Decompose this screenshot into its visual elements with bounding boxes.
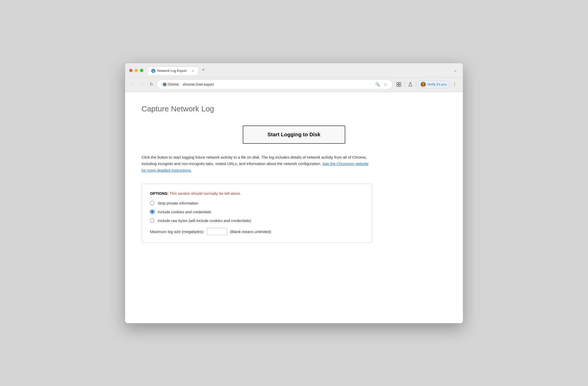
svg-rect-5 — [399, 85, 401, 86]
menu-icon[interactable]: ⋮ — [451, 80, 459, 89]
chrome-badge: Chrome — [161, 82, 181, 87]
tab-title: Network Log Export — [157, 69, 189, 73]
browser-window: N Network Log Export × + ⌄ ← → ↻ — [125, 63, 463, 323]
svg-point-7 — [422, 83, 424, 84]
radio-include-cookies[interactable]: Include cookies and credentials — [150, 209, 364, 214]
radio-strip-private[interactable]: Strip private information — [150, 201, 364, 205]
url-text: chrome://net-export — [183, 82, 372, 86]
radio-label-1: Strip private information — [158, 201, 198, 205]
options-header: OPTIONS: This section should normally be… — [150, 191, 364, 196]
extensions-icon[interactable] — [395, 80, 403, 89]
reload-button[interactable]: ↻ — [148, 81, 155, 88]
profile-label: Verify it's you — [427, 82, 447, 86]
traffic-lights — [129, 69, 143, 72]
tabs-chevron[interactable]: ⌄ — [452, 66, 459, 74]
flask-icon[interactable] — [406, 80, 414, 89]
radio-label-3: Include raw bytes (will include cookies … — [158, 218, 251, 223]
tab-favicon: N — [151, 69, 155, 73]
page-title: Capture Network Log — [141, 104, 447, 113]
url-actions: 🔍 ☆ — [374, 81, 389, 88]
toolbar-divider-2 — [416, 82, 416, 87]
max-log-size-row: Maximum log size (megabytes): (Blank mea… — [150, 228, 364, 235]
toolbar-right: Verify it's you ⋮ — [395, 80, 459, 89]
description-text: Click the button to start logging future… — [141, 154, 372, 174]
options-box: OPTIONS: This section should normally be… — [141, 184, 372, 243]
max-log-suffix: (Blank means unlimited) — [230, 229, 271, 234]
title-bar: N Network Log Export × + ⌄ — [125, 63, 463, 78]
radio-include-raw-bytes[interactable]: Include raw bytes (will include cookies … — [150, 218, 364, 223]
tabs-row: N Network Log Export × + ⌄ — [147, 66, 459, 75]
radio-circle-1 — [150, 201, 155, 205]
svg-rect-3 — [399, 82, 401, 84]
chrome-logo — [163, 83, 166, 86]
max-log-input[interactable] — [207, 228, 227, 235]
options-warning: This section should normally be left alo… — [169, 191, 241, 196]
page-content: Capture Network Log Start Logging to Dis… — [125, 92, 463, 323]
radio-label-2: Include cookies and credentials — [158, 210, 211, 214]
radio-circle-2 — [150, 209, 155, 214]
new-tab-button[interactable]: + — [200, 66, 207, 74]
tab-close-button[interactable]: × — [191, 69, 195, 73]
start-logging-button[interactable]: Start Logging to Disk — [243, 126, 345, 144]
svg-rect-2 — [397, 82, 399, 84]
profile-button[interactable]: Verify it's you — [418, 81, 450, 88]
back-button[interactable]: ← — [129, 81, 136, 88]
max-log-label: Maximum log size (megabytes): — [150, 229, 204, 234]
minimize-button[interactable] — [135, 69, 138, 72]
address-bar: ← → ↻ Chrome chrome://net-export 🔍 ☆ — [125, 78, 463, 92]
radio-group: Strip private information Include cookie… — [150, 201, 364, 223]
svg-text:N: N — [153, 70, 154, 72]
svg-rect-4 — [397, 85, 399, 86]
url-bar[interactable]: Chrome chrome://net-export 🔍 ☆ — [157, 80, 393, 89]
radio-circle-3 — [150, 218, 155, 223]
close-button[interactable] — [129, 69, 133, 72]
active-tab[interactable]: N Network Log Export × — [147, 66, 199, 75]
forward-button[interactable]: → — [138, 81, 146, 88]
options-label: OPTIONS: — [150, 191, 169, 196]
toolbar-divider — [404, 82, 405, 87]
search-icon[interactable]: 🔍 — [374, 81, 381, 88]
avatar — [421, 82, 426, 87]
bookmark-icon[interactable]: ☆ — [382, 81, 389, 88]
chrome-badge-label: Chrome — [168, 83, 179, 86]
maximize-button[interactable] — [140, 69, 143, 72]
